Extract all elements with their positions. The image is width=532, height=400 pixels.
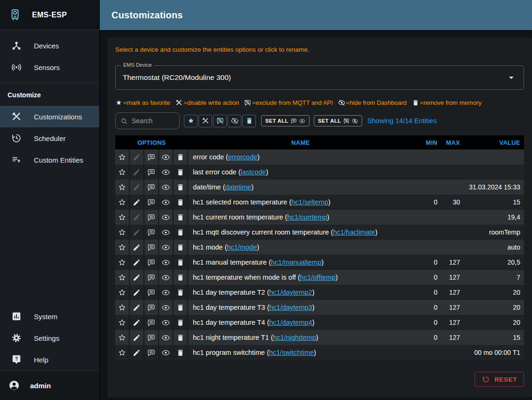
entity-link[interactable]: hc1/nighttemp	[273, 334, 316, 341]
entity-name[interactable]: error code (errorcode)	[188, 153, 413, 161]
favorite-toggle[interactable]	[115, 149, 130, 165]
write-toggle[interactable]	[130, 315, 144, 330]
write-toggle[interactable]	[130, 255, 144, 270]
visibility-toggle[interactable]	[159, 330, 174, 345]
visibility-toggle[interactable]	[159, 285, 174, 300]
favorite-toggle[interactable]	[115, 300, 130, 315]
entity-name[interactable]: hc1 night temperature T1 (hc1/nighttemp)	[188, 334, 413, 341]
entity-link[interactable]: errorcode	[228, 153, 257, 161]
search-box[interactable]	[115, 112, 180, 129]
sidebar-item-sensors[interactable]: Sensors	[0, 56, 99, 78]
mqtt-toggle[interactable]	[144, 240, 159, 255]
visibility-toggle[interactable]	[159, 300, 174, 315]
sidebar-item-help[interactable]: Help	[0, 349, 99, 370]
entity-name[interactable]: date/time (datetime)	[188, 183, 413, 191]
write-toggle[interactable]	[130, 330, 144, 345]
delete-toggle[interactable]	[174, 210, 188, 225]
entity-name[interactable]: hc1 mqtt discovery current room temperat…	[188, 228, 413, 236]
favorite-toggle[interactable]	[115, 255, 130, 270]
mqtt-toggle[interactable]	[144, 315, 159, 330]
visibility-toggle[interactable]	[159, 149, 174, 165]
delete-toggle[interactable]	[174, 285, 188, 300]
filter-delete-button[interactable]	[242, 115, 256, 127]
delete-toggle[interactable]	[174, 149, 188, 165]
entity-link[interactable]: hc1/daytemp4	[270, 319, 312, 326]
favorite-toggle[interactable]	[115, 180, 130, 195]
entity-link[interactable]: hc1/daytemp2	[270, 289, 312, 296]
visibility-toggle[interactable]	[159, 270, 174, 285]
mqtt-toggle[interactable]	[144, 149, 159, 165]
filter-write-button[interactable]	[199, 115, 212, 127]
visibility-toggle[interactable]	[159, 180, 174, 195]
mqtt-toggle[interactable]	[144, 180, 159, 195]
sidebar-item-customizations[interactable]: Customizations	[0, 106, 99, 127]
entity-link[interactable]: lastcode	[241, 168, 266, 176]
favorite-toggle[interactable]	[115, 210, 130, 225]
delete-toggle[interactable]	[174, 225, 188, 240]
delete-toggle[interactable]	[174, 180, 188, 195]
set-all-on-button[interactable]: SET ALL	[261, 115, 310, 126]
write-toggle[interactable]	[130, 210, 144, 225]
favorite-toggle[interactable]	[115, 195, 130, 210]
write-toggle[interactable]	[130, 300, 144, 315]
entity-name[interactable]: hc1 day temperature T3 (hc1/daytemp3)	[188, 304, 413, 311]
delete-toggle[interactable]	[174, 165, 188, 180]
sidebar-user-admin[interactable]: admin	[0, 370, 99, 400]
delete-toggle[interactable]	[174, 195, 188, 210]
sidebar-item-scheduler[interactable]: Scheduler	[0, 127, 99, 149]
visibility-toggle[interactable]	[159, 210, 174, 225]
entity-name[interactable]: hc1 mode (hc1/mode)	[188, 243, 413, 251]
reset-button[interactable]: RESET	[475, 372, 524, 387]
delete-toggle[interactable]	[174, 270, 188, 285]
entity-name[interactable]: hc1 program switchtime (hc1/switchtime)	[188, 349, 413, 356]
search-input[interactable]	[132, 117, 169, 125]
favorite-toggle[interactable]	[115, 345, 130, 360]
favorite-toggle[interactable]	[115, 315, 130, 330]
favorite-toggle[interactable]	[115, 225, 130, 240]
entity-link[interactable]: hc1/seltemp	[292, 198, 328, 206]
mqtt-toggle[interactable]	[144, 195, 159, 210]
entity-name[interactable]: hc1 day temperature T4 (hc1/daytemp4)	[188, 319, 413, 326]
set-all-off-button[interactable]: SET ALL	[314, 115, 362, 126]
visibility-toggle[interactable]	[159, 225, 174, 240]
mqtt-toggle[interactable]	[144, 225, 159, 240]
write-toggle[interactable]	[130, 285, 144, 300]
filter-mqtt-button[interactable]	[213, 115, 227, 127]
mqtt-toggle[interactable]	[144, 255, 159, 270]
mqtt-toggle[interactable]	[144, 330, 159, 345]
mqtt-toggle[interactable]	[144, 345, 159, 360]
visibility-toggle[interactable]	[159, 315, 174, 330]
visibility-toggle[interactable]	[159, 165, 174, 180]
delete-toggle[interactable]	[174, 330, 188, 345]
delete-toggle[interactable]	[174, 255, 188, 270]
entity-name[interactable]: last error code (lastcode)	[188, 168, 413, 176]
entity-name[interactable]: hc1 current room temperature (hc1/currte…	[188, 213, 413, 221]
favorite-toggle[interactable]	[115, 165, 130, 180]
entity-link[interactable]: hc1/daytemp3	[270, 304, 312, 311]
entity-link[interactable]: hc1/haclimate	[333, 228, 375, 236]
entity-link[interactable]: hc1/currtemp	[287, 213, 327, 221]
entity-name[interactable]: hc1 selected room temperature (hc1/selte…	[188, 198, 413, 206]
mqtt-toggle[interactable]	[144, 300, 159, 315]
entity-link[interactable]: hc1/mode	[227, 243, 257, 251]
delete-toggle[interactable]	[174, 240, 188, 255]
favorite-toggle[interactable]	[115, 240, 130, 255]
visibility-toggle[interactable]	[159, 255, 174, 270]
write-toggle[interactable]	[130, 195, 144, 210]
mqtt-toggle[interactable]	[144, 270, 159, 285]
mqtt-toggle[interactable]	[144, 210, 159, 225]
sidebar-item-devices[interactable]: Devices	[0, 35, 99, 56]
delete-toggle[interactable]	[174, 315, 188, 330]
entity-link[interactable]: hc1/offtemp	[300, 274, 336, 281]
filter-visibility-button[interactable]	[228, 115, 241, 127]
sidebar-item-custom-entities[interactable]: Custom Entities	[0, 149, 99, 171]
favorite-toggle[interactable]	[115, 270, 130, 285]
write-toggle[interactable]	[130, 345, 144, 360]
entity-name[interactable]: hc1 manual temperature (hc1/manualtemp)	[188, 259, 413, 266]
sidebar-item-system[interactable]: System	[0, 306, 99, 327]
ems-device-select[interactable]: EMS Device Thermostat (RC20/Moduline 300…	[115, 65, 524, 90]
write-toggle[interactable]	[130, 225, 144, 240]
mqtt-toggle[interactable]	[144, 285, 159, 300]
mqtt-toggle[interactable]	[144, 165, 159, 180]
filter-favorite-button[interactable]	[184, 115, 198, 127]
